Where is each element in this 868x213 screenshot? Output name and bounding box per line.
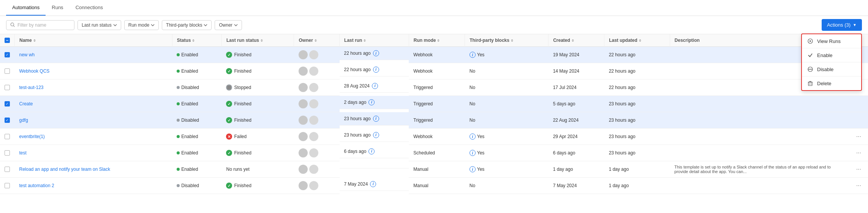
cell-name[interactable]: new wh	[15, 47, 172, 63]
chevron-down-icon	[234, 23, 238, 27]
th-last-updated[interactable]: Last updated	[604, 34, 670, 47]
tab-automations[interactable]: Automations	[6, 0, 46, 16]
cell-run-mode: Triggered	[409, 112, 465, 129]
cell-name[interactable]: Create	[15, 96, 172, 112]
row-checkbox[interactable]	[5, 85, 10, 90]
action-enable[interactable]: Enable	[802, 48, 861, 62]
cell-run-mode: Webhook	[409, 47, 465, 63]
row-actions-button[interactable]: ···	[854, 132, 863, 141]
info-icon[interactable]: i	[470, 134, 476, 140]
chevron-down-icon	[151, 23, 155, 27]
th-last-run[interactable]: Last run	[340, 34, 409, 47]
table-row: gdfgDisabled✓Finished23 hours agoiTrigge…	[0, 112, 868, 129]
info-icon[interactable]: i	[470, 166, 476, 172]
action-view-runs[interactable]: View Runs	[802, 34, 861, 48]
actions-container: Actions (3) ▼ View Runs Enable	[822, 19, 862, 31]
cell-created: 29 Apr 2024	[549, 129, 604, 145]
tab-runs[interactable]: Runs	[46, 0, 69, 16]
cell-name[interactable]: test automation 2	[15, 178, 172, 194]
row-checkbox[interactable]	[5, 134, 10, 139]
cell-status: Enabled	[172, 47, 221, 63]
cell-status: Enabled	[172, 129, 221, 145]
th-third-party[interactable]: Third-party blocks	[465, 34, 549, 47]
select-all-header[interactable]	[0, 34, 15, 47]
row-checkbox[interactable]	[5, 167, 10, 172]
cell-run-mode: Webhook	[409, 63, 465, 79]
cell-name[interactable]: eventbrite(1)	[15, 129, 172, 145]
info-icon[interactable]: i	[373, 116, 379, 122]
filter-owner[interactable]: Owner	[215, 20, 242, 30]
cell-last-run-status: Stopped	[221, 79, 294, 96]
action-disable[interactable]: Disable	[802, 62, 861, 76]
cell-run-mode: Triggered	[409, 79, 465, 96]
row-checkbox[interactable]	[5, 101, 10, 106]
th-name[interactable]: Name	[15, 34, 172, 47]
cell-description	[670, 129, 849, 145]
cell-last-updated: 23 hours ago	[604, 129, 670, 145]
row-checkbox[interactable]	[5, 183, 10, 188]
info-icon[interactable]: i	[368, 99, 375, 105]
cell-last-run-status: ✕Failed	[221, 129, 294, 145]
filter-third-party-blocks[interactable]: Third-party blocks	[162, 20, 212, 30]
filter-input[interactable]: Filter by name	[6, 20, 74, 30]
cell-last-run-status: ✓Finished	[221, 178, 294, 194]
toolbar: Filter by name Last run status Run mode …	[0, 16, 868, 34]
info-icon[interactable]: i	[470, 150, 476, 156]
cell-name[interactable]: test	[15, 145, 172, 161]
check-icon	[807, 52, 813, 58]
cell-description	[670, 178, 849, 194]
cell-third-party: i Yes	[465, 47, 549, 63]
th-run-mode[interactable]: Run mode	[409, 34, 465, 47]
cell-owner	[294, 129, 340, 145]
cell-last-run: 2 days agoi	[340, 96, 409, 109]
cell-last-updated: 1 day ago	[604, 178, 670, 194]
th-created[interactable]: Created	[549, 34, 604, 47]
cell-row-actions: ···	[849, 178, 868, 194]
cell-run-mode: Manual	[409, 161, 465, 178]
cell-name[interactable]: Webhook QCS	[15, 63, 172, 79]
filter-run-mode[interactable]: Run mode	[124, 20, 159, 30]
info-icon[interactable]: i	[370, 181, 376, 187]
cell-owner	[294, 63, 340, 79]
cell-last-updated: 22 hours ago	[604, 47, 670, 63]
cell-name[interactable]: gdfg	[15, 112, 172, 129]
cell-status: Enabled	[172, 96, 221, 112]
cell-status: Enabled	[172, 161, 221, 178]
info-icon[interactable]: i	[373, 132, 379, 138]
table-row: eventbrite(1)Enabled✕Failed23 hours agoi…	[0, 129, 868, 145]
row-checkbox[interactable]	[5, 150, 10, 156]
select-all-checkbox[interactable]	[5, 38, 10, 43]
top-nav: Automations Runs Connections	[0, 0, 868, 16]
cell-created: 14 May 2024	[549, 63, 604, 79]
info-icon[interactable]: i	[372, 83, 378, 89]
row-checkbox[interactable]	[5, 68, 10, 74]
disable-icon	[807, 66, 813, 72]
cell-third-party: i Yes	[465, 145, 549, 161]
th-last-run-status[interactable]: Last run status	[221, 34, 294, 47]
cell-description: This template is set up to notify a Slac…	[670, 161, 849, 178]
tab-connections[interactable]: Connections	[70, 0, 109, 16]
row-actions-button[interactable]: ···	[854, 165, 863, 173]
row-checkbox[interactable]	[5, 118, 10, 123]
cell-last-run-status: No runs yet	[221, 161, 294, 178]
cell-owner	[294, 161, 340, 178]
row-actions-button[interactable]: ···	[854, 149, 863, 157]
cell-name[interactable]: Reload an app and notify your team on Sl…	[15, 161, 172, 178]
row-checkbox[interactable]	[5, 52, 10, 57]
cell-owner	[294, 96, 340, 112]
filter-last-run-status[interactable]: Last run status	[77, 20, 121, 30]
cell-last-run-status: ✓Finished	[221, 63, 294, 79]
th-owner[interactable]: Owner	[294, 34, 340, 47]
action-delete[interactable]: Delete	[802, 76, 861, 90]
sort-icon	[511, 39, 513, 42]
info-icon[interactable]: i	[373, 67, 379, 73]
th-status[interactable]: Status	[172, 34, 221, 47]
info-icon[interactable]: i	[373, 50, 379, 56]
cell-name[interactable]: test-aut-123	[15, 79, 172, 96]
info-icon[interactable]: i	[368, 148, 375, 154]
info-icon[interactable]: i	[470, 52, 476, 58]
cell-run-mode: Webhook	[409, 129, 465, 145]
actions-button[interactable]: Actions (3) ▼	[822, 19, 862, 31]
row-actions-button[interactable]: ···	[854, 181, 863, 190]
svg-point-0	[11, 23, 14, 26]
